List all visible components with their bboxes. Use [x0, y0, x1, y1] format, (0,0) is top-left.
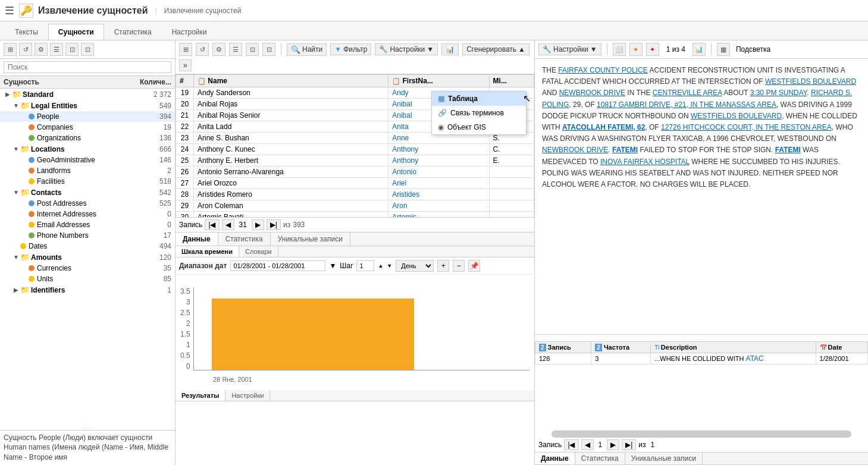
center-btn-grid[interactable]: ⊞ [179, 43, 192, 56]
link-newbrook2[interactable]: NEWBROOK DRIVE [542, 146, 608, 154]
settings-sub-tab[interactable]: Настройки [225, 390, 270, 401]
results-tab[interactable]: Результаты [176, 390, 225, 401]
table-row[interactable]: 28 Aristides Romero Aristides [176, 189, 534, 200]
link-westfields2[interactable]: WESTFIELDS BOULEVARD [691, 112, 782, 120]
tab-entities[interactable]: Сущности [48, 24, 104, 40]
sidebar-btn-list[interactable]: ☰ [50, 43, 63, 56]
step-input[interactable] [356, 260, 374, 271]
link-address2[interactable]: 12726 HITCHCOCK COURT, IN THE RESTON ARE… [661, 123, 832, 131]
right-nav-prev[interactable]: ◀ [581, 439, 594, 450]
table-row[interactable]: 25 Anthony E. Herbert Anthony E. [176, 155, 534, 166]
tree-item-people[interactable]: People 394 [0, 111, 175, 122]
right-window-btn[interactable]: ⬜ [613, 43, 626, 56]
right-highlight-btn2[interactable]: ✦ [646, 43, 659, 56]
right-tab-data[interactable]: Данные [535, 453, 575, 464]
sidebar-search-input[interactable] [4, 61, 171, 73]
dropdown-item-table[interactable]: ▦ Таблица [432, 92, 526, 106]
tree-item-legal-entities[interactable]: ▼ 📁 Legal Entities 549 [0, 100, 175, 111]
tab-settings[interactable]: Настройки [162, 24, 217, 40]
tree-item-geoadmin[interactable]: GeoAdministrative 146 [0, 155, 175, 165]
nav-last-btn[interactable]: ▶| [267, 219, 281, 230]
right-nav-first[interactable]: |◀ [564, 439, 578, 450]
right-tab-stats[interactable]: Статистика [575, 453, 625, 464]
table-row[interactable]: 26 Antonio Serrano-Alvarenga Antonio [176, 166, 534, 178]
center-btn-refresh[interactable]: ↺ [196, 43, 209, 56]
tree-item-amounts[interactable]: ▼ 📁 Amounts 120 [0, 252, 175, 263]
tab-statistics[interactable]: Статистика [104, 24, 162, 40]
tree-item-contacts[interactable]: ▼ 📁 Contacts 542 [0, 187, 175, 198]
link-newbrook[interactable]: NEWBROOK DRIVE [559, 89, 625, 97]
nav-prev-btn[interactable]: ◀ [222, 219, 234, 230]
nav-first-btn[interactable]: |◀ [205, 219, 219, 230]
link-fatemi2[interactable]: FATEMI [612, 146, 638, 154]
tree-item-post-addresses[interactable]: Post Addresses 525 [0, 198, 175, 209]
settings-button[interactable]: 🔧 Настройки ▼ [375, 43, 438, 55]
sidebar-btn-refresh[interactable]: ↺ [19, 43, 32, 56]
menu-icon[interactable]: ☰ [5, 4, 14, 17]
sidebar-btn-copy2[interactable]: ⊡ [81, 43, 94, 56]
link-westfields[interactable]: WESTFIELDS BOULEVARD [765, 77, 856, 86]
tree-item-phone-numbers[interactable]: Phone Numbers 17 [0, 230, 175, 241]
dropdown-item-gis[interactable]: ◉ Объект GIS [432, 120, 526, 134]
period-select[interactable]: День Месяц Год [396, 260, 434, 272]
right-nav-next[interactable]: ▶ [607, 439, 619, 450]
tree-item-internet-addresses[interactable]: Internet Addresses 0 [0, 209, 175, 219]
center-btn-copy1[interactable]: ⊡ [246, 43, 259, 56]
bottom-tab-statistics[interactable]: Статистика [218, 232, 271, 246]
center-btn-list[interactable]: ☰ [229, 43, 242, 56]
table-row[interactable]: 29 Aron Coleman Aron [176, 200, 534, 212]
find-button[interactable]: 🔍 Найти [287, 43, 327, 56]
right-table-row[interactable]: 128 3 ...WHEN HE COLLIDED WITH ATAC 1/28… [535, 353, 868, 365]
sidebar-btn-grid[interactable]: ⊞ [4, 43, 17, 56]
tree-item-dates[interactable]: Dates 494 [0, 241, 175, 252]
generate-button[interactable]: Сгенерировать ▲ [462, 43, 529, 55]
tree-item-locations[interactable]: ▼ 📁 Locations 666 [0, 143, 175, 155]
link-address1[interactable]: 10817 GAMBRI DRIVE, #21, IN THE MANASSAS… [597, 100, 776, 109]
right-settings-btn[interactable]: 🔧 Настройки ▼ [538, 43, 601, 55]
tree-item-standard[interactable]: ▶ 📁 Standard 2 372 [0, 89, 175, 100]
right-table-btn[interactable]: ▦ [717, 43, 730, 56]
right-highlight-btn1[interactable]: ✦ [629, 43, 643, 56]
zoom-in-btn[interactable]: + [437, 260, 449, 272]
link-fairfax-police[interactable]: FAIRFAX COUNTY POLICE [558, 66, 647, 74]
tree-item-identifiers[interactable]: ▶ 📁 Identifiers 1 [0, 284, 175, 296]
sidebar-btn-settings[interactable]: ⚙ [35, 43, 48, 56]
table-row[interactable]: 27 Ariel Orozco Ariel [176, 178, 534, 189]
filter-button[interactable]: ▼ Фильтр [330, 43, 371, 55]
tree-item-landforms[interactable]: Landforms 2 [0, 165, 175, 176]
timeline-tab-scale[interactable]: Шкала времени [176, 246, 239, 257]
tree-item-units[interactable]: Units 85 [0, 274, 175, 284]
bottom-tab-unique[interactable]: Уникальные записи [271, 232, 350, 246]
nav-next-btn[interactable]: ▶ [252, 219, 264, 230]
sidebar-btn-copy1[interactable]: ⊡ [65, 43, 79, 56]
table-row[interactable]: 24 Anthony C. Kunec Anthony C. [176, 144, 534, 155]
link-fatemi3[interactable]: FATEMI [775, 146, 801, 154]
right-chart-btn[interactable]: 📊 [692, 43, 706, 56]
bottom-tab-data[interactable]: Данные [176, 232, 218, 246]
link-time[interactable]: 3:30 PM SUNDAY [750, 89, 807, 97]
step-spinner-up[interactable]: ▲ [378, 263, 383, 269]
tree-item-email-addresses[interactable]: Email Addresses 0 [0, 219, 175, 230]
link-atacollah[interactable]: ATACOLLAH FATEMI, 62 [562, 123, 645, 131]
pin-btn[interactable]: 📌 [468, 260, 480, 272]
center-btn-copy2[interactable]: ⊡ [262, 43, 275, 56]
link-centreville[interactable]: CENTREVILLE AREA [653, 89, 722, 97]
right-tab-unique[interactable]: Уникальные записи [625, 453, 703, 464]
tree-item-currencies[interactable]: Currencies 35 [0, 263, 175, 274]
more-button[interactable]: » [179, 59, 192, 71]
right-nav-last[interactable]: ▶| [622, 439, 636, 450]
tab-texts[interactable]: Тексты [5, 24, 48, 40]
tree-item-facilities[interactable]: Facilities 518 [0, 176, 175, 187]
dropdown-item-term-link[interactable]: 🔗 Связь терминов [432, 106, 526, 120]
date-range-input[interactable] [230, 260, 325, 271]
chart-button[interactable]: 📊 [441, 43, 459, 55]
table-row[interactable]: 30 Artemis Bayati Artemis [176, 212, 534, 218]
tree-item-organizations[interactable]: Organizations 136 [0, 133, 175, 143]
tree-item-companies[interactable]: Companies 19 [0, 122, 175, 133]
step-spinner-down[interactable]: ▼ [387, 263, 392, 269]
link-hospital[interactable]: INOVA FAIRFAX HOSPITAL [600, 158, 690, 166]
timeline-tab-dict[interactable]: Словари [239, 246, 278, 257]
center-btn-settings[interactable]: ⚙ [212, 43, 225, 56]
right-scrollbar[interactable] [551, 431, 851, 438]
zoom-out-btn[interactable]: − [453, 260, 465, 272]
